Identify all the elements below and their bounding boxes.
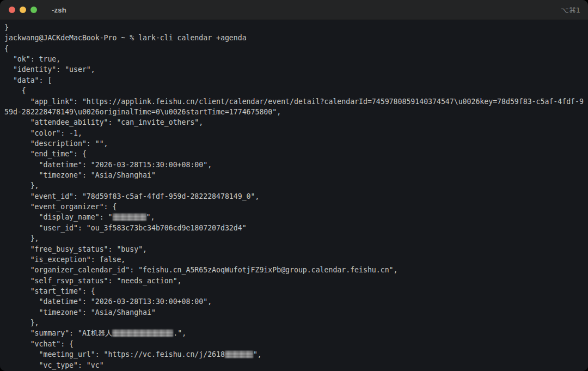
terminal-line: { — [4, 86, 588, 96]
terminal-window: -zsh ⌥⌘1 }jackwang@JACKdeMacBook-Pro ~ %… — [0, 0, 588, 371]
terminal-line: "attendee_ability": "can_invite_others", — [4, 117, 588, 127]
traffic-lights — [9, 7, 37, 13]
terminal-line: "identity": "user", — [4, 64, 588, 75]
terminal-line: "app_link": "https://applink.feishu.cn/c… — [4, 96, 588, 107]
terminal-line: }, — [4, 233, 588, 244]
terminal-line: "color": -1, — [4, 128, 588, 138]
terminal-line: "ok": true, — [4, 54, 588, 64]
terminal-line: "description": "", — [4, 138, 588, 149]
terminal-line: } — [4, 22, 588, 33]
terminal-line: jackwang@JACKdeMacBook-Pro ~ % lark-cli … — [4, 33, 588, 43]
redacted-display-name — [113, 214, 146, 221]
close-button[interactable] — [9, 7, 15, 13]
terminal-line: "free_busy_status": "busy", — [4, 244, 588, 254]
terminal-line: "start_time": { — [4, 286, 588, 296]
redacted-summary — [112, 330, 173, 337]
terminal-line: "display_name": "", — [4, 212, 588, 222]
terminal-output[interactable]: }jackwang@JACKdeMacBook-Pro ~ % lark-cli… — [0, 20, 588, 371]
terminal-line: "event_id": "78d59f83-c5af-4fdf-959d-282… — [4, 191, 588, 202]
terminal-line: "is_exception": false, — [4, 254, 588, 265]
minimize-button[interactable] — [20, 7, 26, 13]
terminal-line: "end_time": { — [4, 149, 588, 159]
terminal-line: { — [4, 44, 588, 54]
terminal-line: "event_organizer": { — [4, 202, 588, 212]
terminal-line: "data": [ — [4, 75, 588, 86]
terminal-line: "vchat": { — [4, 339, 588, 349]
terminal-line: "timezone": "Asia/Shanghai" — [4, 307, 588, 318]
terminal-line: 59d-282228478149\u0026originalTime=0\u00… — [4, 107, 588, 117]
terminal-line: "datetime": "2026-03-28T13:30:00+08:00", — [4, 296, 588, 307]
titlebar[interactable]: -zsh ⌥⌘1 — [0, 0, 588, 20]
terminal-line: "meeting_url": "https://vc.feishu.cn/j/2… — [4, 349, 588, 360]
terminal-line: "organizer_calendar_id": "feishu.cn_A5R6… — [4, 265, 588, 275]
terminal-line: "datetime": "2026-03-28T15:30:00+08:00", — [4, 160, 588, 170]
terminal-line: "summary": "AI机器人.", — [4, 328, 588, 338]
terminal-line: "user_id": "ou_3f583c73bc34b706cd9e18072… — [4, 223, 588, 233]
window-title: -zsh — [52, 6, 66, 14]
redacted-meeting-id — [225, 351, 253, 358]
fullscreen-button[interactable] — [30, 7, 37, 13]
terminal-line: "vc_type": "vc" — [4, 360, 588, 370]
tab-shortcut-hint: ⌥⌘1 — [561, 6, 580, 14]
terminal-line: "self_rsvp_status": "needs_action", — [4, 276, 588, 286]
terminal-line: "timezone": "Asia/Shanghai" — [4, 170, 588, 180]
terminal-line: }, — [4, 180, 588, 191]
terminal-line: }, — [4, 318, 588, 328]
